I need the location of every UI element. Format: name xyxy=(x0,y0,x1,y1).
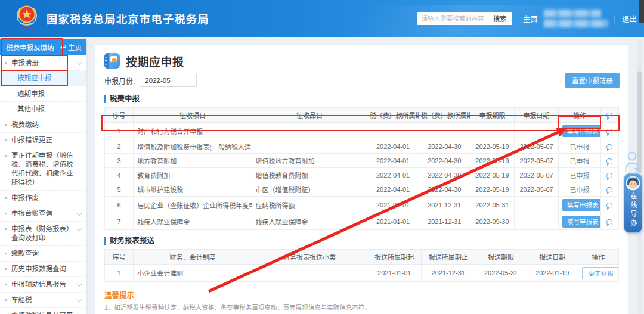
chevron-down-icon xyxy=(77,282,82,287)
refresh-icon[interactable] xyxy=(606,187,612,193)
refresh-icon[interactable] xyxy=(606,173,612,179)
col-header-refresh xyxy=(600,108,618,123)
sidebar-item-correct-past-declaration[interactable]: 更正往期申报（增值税、消费税、增值税代扣代缴、扣缴企业所得税） xyxy=(0,148,86,191)
col-header: 操作 xyxy=(559,108,601,123)
refresh-icon[interactable] xyxy=(606,158,612,164)
table-row: 2 增值税及附加税费申报表(一般纳税人适用) 2022-04-01 2022-0… xyxy=(105,139,619,154)
sidebar-header-title: 税费申报及缴纳 xyxy=(6,42,54,52)
refresh-icon[interactable] xyxy=(606,113,612,119)
sidebar-header: 税费申报及缴纳 ↩ 主页 xyxy=(0,39,86,55)
col-header: 报送期限 xyxy=(475,250,527,265)
refresh-icon[interactable] xyxy=(606,203,612,209)
online-guide-tab[interactable]: 在线导办 xyxy=(624,173,642,233)
service-avatar-icon xyxy=(626,176,640,191)
col-header: 报送所属期止 xyxy=(421,250,475,265)
fill-declaration-form-button[interactable]: 填写申报表 xyxy=(562,199,600,211)
sidebar-item-vehicle-vessel-tax[interactable]: 车船税 xyxy=(0,293,86,308)
user-favorite-icon[interactable] xyxy=(624,150,642,174)
tips-title: 温馨提示 xyxy=(104,289,619,300)
refresh-icon[interactable] xyxy=(606,144,612,150)
sidebar-item-label: 缴款查询 xyxy=(11,250,39,257)
fill-declaration-form-button[interactable]: 填写申报表 xyxy=(562,125,600,137)
site-title: 国家税务总局北京市电子税务局 xyxy=(47,11,209,26)
window-corner-artifact xyxy=(639,0,644,23)
home-link[interactable]: 主页 xyxy=(523,13,538,24)
col-header: 申报期限 xyxy=(470,108,514,123)
status-declared: 已申报 xyxy=(569,158,589,165)
financial-report-table: 序号 财务、会计制度 财务报表报送小类 报送所属期起 报送所属期止 报送期限 报… xyxy=(104,249,619,282)
sidebar-item-water-resource-platform[interactable]: 水资源税信息共享平台 xyxy=(0,308,86,314)
sidebar-item-payment-query[interactable]: 缴款查询 xyxy=(0,246,86,262)
sidebar-item-ledger-query[interactable]: 申报台账查询 xyxy=(0,206,86,222)
chevron-down-icon xyxy=(77,60,82,65)
fill-declaration-form-button[interactable]: 填写申报表 xyxy=(562,216,600,228)
table-row: 7 残疾人就业保障金 残疾人就业保障金 2021-01-01 2021-12-3… xyxy=(105,213,619,230)
sidebar-item-label: 车船税 xyxy=(11,296,32,303)
sidebar-item-label: 申报台账查询 xyxy=(11,210,52,217)
correct-financial-report-button[interactable]: 更正财报 xyxy=(582,267,619,279)
sidebar-item-other-declaration[interactable]: 其他申报 xyxy=(0,102,86,117)
sidebar-item-auxiliary-info-report[interactable]: 申报辅助信息报告 xyxy=(0,277,86,293)
sidebar-item-error-correction[interactable]: 申报错误更正 xyxy=(0,133,86,148)
chevron-down-icon xyxy=(77,297,82,302)
sidebar-item-tax-payment[interactable]: 税费缴纳 xyxy=(0,117,86,133)
col-header: 序号 xyxy=(105,250,134,265)
page-title-icon xyxy=(104,53,120,69)
sidebar-item-label: 申报作废 xyxy=(11,194,39,201)
sidebar-item-label: 更正往期申报（增值税、消费税、增值税代扣代缴、扣缴企业所得税） xyxy=(11,152,73,186)
status-declared: 已申报 xyxy=(569,144,589,151)
col-header: 财务、会计制度 xyxy=(134,250,252,265)
sidebar-item-label: 历史申报数据查询 xyxy=(11,265,66,272)
tax-section-title: 税费申报 xyxy=(104,95,619,103)
status-declared: 已申报 xyxy=(569,172,589,179)
col-header: 税（费）款所属期止 xyxy=(419,108,470,123)
table-row: 6 居民企业（查账征收）企业所得税年度申报 应纳税所得额 2021-01-01 … xyxy=(105,197,619,213)
sidebar-item-report-query-print[interactable]: 申报表（财务报表）查询及打印 xyxy=(0,222,86,246)
sidebar-item-history-data-query[interactable]: 历史申报数据查询 xyxy=(0,262,86,277)
tip-line: 1、如近期发生税费种认定、纳税人资格、备案等税务事项变动，页面展现信息与实际信息… xyxy=(104,304,619,312)
sidebar-item-periodic-declaration[interactable]: 按期应申报 xyxy=(0,71,86,86)
chevron-down-icon xyxy=(77,211,82,216)
finance-section-title: 财务报表报送 xyxy=(104,237,619,245)
col-header: 报送日期 xyxy=(527,250,578,265)
main-content: 按期应申报 申报月份: 重置申报清册 税费申报 序号 征收项目 征收品目 税（费… xyxy=(95,45,628,314)
tax-declaration-table: 序号 征收项目 征收品目 税（费）款所属期起 税（费）款所属期止 申报期限 申报… xyxy=(104,107,619,230)
status-declared: 已申报 xyxy=(569,186,589,194)
col-header: 征收项目 xyxy=(134,108,252,123)
sidebar-item-label: 税费缴纳 xyxy=(11,121,39,128)
search-input[interactable] xyxy=(417,13,488,24)
national-emblem-logo xyxy=(14,3,39,34)
sidebar-item-label: 水资源税信息共享平台 xyxy=(11,312,73,314)
header-search: 搜索 xyxy=(417,12,512,25)
reset-declaration-list-button[interactable]: 重置申报清册 xyxy=(565,73,620,88)
col-header: 财务报表报送小类 xyxy=(252,250,367,265)
sidebar-item-overdue-declaration[interactable]: 逾期申报 xyxy=(0,86,86,102)
search-button[interactable]: 搜索 xyxy=(488,13,512,24)
user-name-blur xyxy=(544,10,601,17)
sidebar-home-label: 主页 xyxy=(68,42,82,52)
sidebar-item-label: 申报辅助信息报告 xyxy=(11,281,66,288)
sidebar-item-label: 按期应申报 xyxy=(17,74,52,82)
sidebar-item-label: 逾期申报 xyxy=(17,90,45,97)
back-arrow-icon: ↩ xyxy=(60,43,66,51)
sidebar-home-button[interactable]: ↩ 主页 xyxy=(60,42,82,52)
month-filter-label: 申报月份: xyxy=(104,76,135,86)
table-row: 1 小企业会计准则 2021-01-01 2021-12-31 2022-05-… xyxy=(105,265,619,282)
chevron-down-icon xyxy=(77,226,82,231)
sidebar-item-label: 其他申报 xyxy=(17,105,45,113)
logout-link[interactable]: 退出 xyxy=(622,13,637,24)
table-row: 5 城市维护建设税 市区（增值税附征） 2022-04-01 2022-04-3… xyxy=(105,182,619,197)
table-header-row: 序号 征收项目 征收品目 税（费）款所属期起 税（费）款所属期止 申报期限 申报… xyxy=(105,108,619,123)
sidebar-item-declaration-list[interactable]: 申报清册 xyxy=(0,55,86,71)
col-header: 序号 xyxy=(105,108,134,123)
refresh-icon[interactable] xyxy=(606,129,612,135)
user-org-blur xyxy=(544,20,608,27)
sidebar-item-declaration-void[interactable]: 申报作废 xyxy=(0,191,86,206)
month-filter-input[interactable] xyxy=(140,74,197,87)
sidebar-item-label: 申报表（财务报表）查询及打印 xyxy=(11,225,71,243)
table-header-row: 序号 财务、会计制度 财务报表报送小类 报送所属期起 报送所属期止 报送期限 报… xyxy=(105,250,619,265)
refresh-icon[interactable] xyxy=(606,219,612,225)
col-header: 申报日期 xyxy=(514,108,558,123)
sidebar-item-label: 申报错误更正 xyxy=(11,136,52,144)
col-header: 征收品目 xyxy=(252,108,367,123)
